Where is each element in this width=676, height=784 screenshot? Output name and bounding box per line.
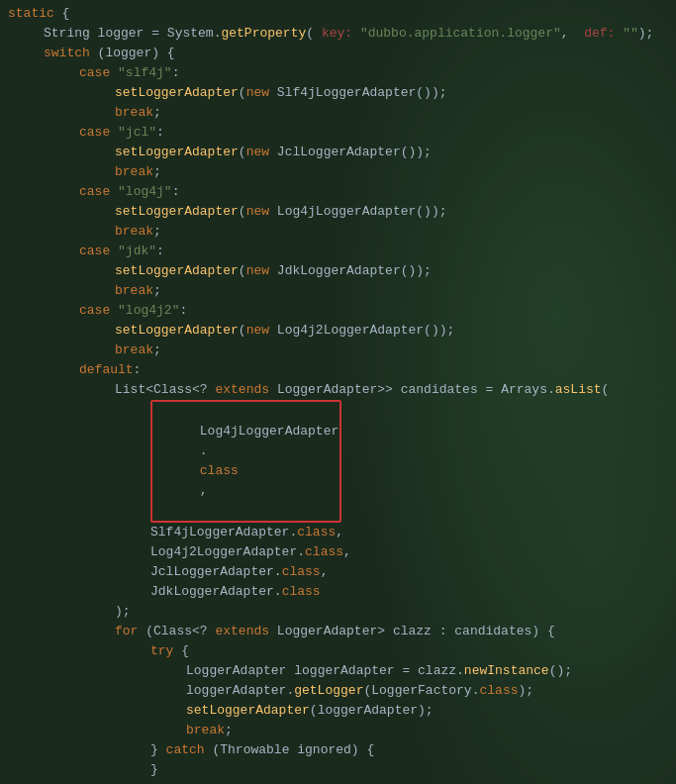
line-set-log4j2: setLoggerAdapter ( new Log4j2LoggerAdapt… — [0, 321, 676, 341]
line-getlogger: loggerAdapter. getLogger ( LoggerFactory… — [0, 681, 676, 701]
keyword-case-2: case — [79, 123, 110, 143]
case-val-slf4j: "slf4j" — [118, 63, 172, 83]
line-default: default : — [0, 360, 676, 380]
code-editor: static { String logger = System . getPro… — [0, 0, 676, 784]
keyword-for: for — [115, 622, 138, 641]
keyword-case-3: case — [79, 182, 110, 202]
method-setlogger-6: setLoggerAdapter — [186, 701, 310, 721]
class-system: System — [167, 24, 214, 44]
line-case-jdk: case "jdk" : — [0, 242, 676, 261]
keyword-break-6: break — [186, 721, 225, 740]
line-break-5: break ; — [0, 341, 676, 360]
keyword-catch: catch — [166, 740, 205, 760]
line-for-loop: for ( Class <? extends LoggerAdapter > c… — [0, 622, 676, 641]
line-log4j-highlighted: Log4jLoggerAdapter . class , — [0, 400, 676, 523]
line-brace-close-2: } — [0, 780, 676, 784]
line-set-log4j: setLoggerAdapter ( new Log4jLoggerAdapte… — [0, 202, 676, 222]
case-val-jdk: "jdk" — [118, 242, 156, 261]
line-brace-close-1: } — [0, 760, 676, 780]
method-getlogger: getLogger — [294, 681, 363, 701]
highlight-box: Log4jLoggerAdapter . class , — [150, 400, 341, 523]
line-jcl-class: JclLoggerAdapter . class , — [0, 562, 676, 582]
line-break-4: break ; — [0, 281, 676, 301]
line-slf4j-class: Slf4jLoggerAdapter . class , — [0, 523, 676, 542]
line-set-slf4j: setLoggerAdapter ( new Slf4jLoggerAdapte… — [0, 83, 676, 103]
line-jdk-class: JdkLoggerAdapter . class — [0, 582, 676, 602]
method-getproperty: getProperty — [221, 24, 306, 44]
line-catch: } catch ( Throwable ignored) { — [0, 740, 676, 760]
class-jdk: JdkLoggerAdapter — [150, 582, 274, 602]
line-case-slf4j: case "slf4j" : — [0, 63, 676, 83]
line-string-logger: String logger = System . getProperty ( k… — [0, 24, 676, 44]
line-loggeradapter-decl: LoggerAdapter loggerAdapter = clazz. new… — [0, 661, 676, 681]
method-setlogger-1: setLoggerAdapter — [115, 83, 239, 103]
method-setlogger-5: setLoggerAdapter — [115, 321, 239, 341]
line-break-3: break ; — [0, 222, 676, 242]
method-newinstance: newInstance — [464, 661, 549, 681]
line-case-log4j2: case "log4j2" : — [0, 301, 676, 321]
line-list-candidates: List < Class <? extends LoggerAdapter >>… — [0, 380, 676, 400]
class-log4j2: Log4j2LoggerAdapter — [150, 542, 297, 562]
line-switch: switch (logger) { — [0, 44, 676, 63]
class-jcl: JclLoggerAdapter — [150, 562, 274, 582]
keyword-break-5: break — [115, 341, 153, 360]
class-slf4j: Slf4jLoggerAdapter — [150, 523, 289, 542]
class-log4j-highlighted: Log4jLoggerAdapter — [200, 424, 338, 439]
line-paren-close: ); — [0, 602, 676, 622]
keyword-case-1: case — [79, 63, 110, 83]
type-string: String — [44, 24, 90, 44]
case-val-log4j: "log4j" — [118, 182, 172, 202]
line-case-jcl: case "jcl" : — [0, 123, 676, 143]
line-set-jdk: setLoggerAdapter ( new JdkLoggerAdapter … — [0, 261, 676, 281]
line-break-6: break ; — [0, 721, 676, 740]
line-log4j2-class: Log4j2LoggerAdapter . class , — [0, 542, 676, 562]
line-try: try { — [0, 641, 676, 661]
keyword-break-4: break — [115, 281, 153, 301]
keyword-default: default — [79, 360, 134, 380]
type-loggeradapter: LoggerAdapter — [186, 661, 286, 681]
line-set-jcl: setLoggerAdapter ( new JclLoggerAdapter … — [0, 143, 676, 162]
keyword-case-5: case — [79, 301, 110, 321]
line-break-2: break ; — [0, 162, 676, 182]
keyword-static: static — [8, 4, 54, 24]
method-setlogger-2: setLoggerAdapter — [115, 143, 239, 162]
keyword-try: try — [150, 641, 173, 661]
keyword-break-2: break — [115, 162, 153, 182]
method-setlogger-4: setLoggerAdapter — [115, 261, 239, 281]
keyword-switch: switch — [44, 44, 90, 63]
line-case-log4j: case "log4j" : — [0, 182, 676, 202]
keyword-break-3: break — [115, 222, 153, 242]
method-aslist: asList — [555, 380, 602, 400]
keyword-case-4: case — [79, 242, 110, 261]
method-setlogger-3: setLoggerAdapter — [115, 202, 239, 222]
line-setloggeradapter: setLoggerAdapter (loggerAdapter); — [0, 701, 676, 721]
type-list: List — [115, 380, 145, 400]
line-break-1: break ; — [0, 103, 676, 123]
case-val-log4j2: "log4j2" — [118, 301, 179, 321]
line-static: static { — [0, 4, 676, 24]
case-val-jcl: "jcl" — [118, 123, 156, 143]
keyword-break-1: break — [115, 103, 153, 123]
